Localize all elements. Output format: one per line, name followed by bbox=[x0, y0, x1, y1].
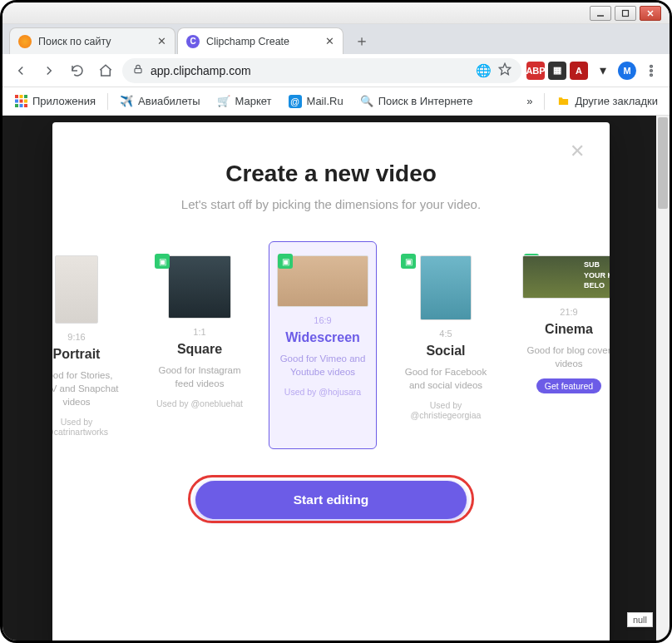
tab-clipchamp[interactable]: C Clipchamp Create ✕ bbox=[177, 27, 343, 54]
dimension-card-widescreen[interactable]: ▣ 16:9 Widescreen Good for Vimeo and You… bbox=[269, 241, 377, 449]
svg-rect-14 bbox=[24, 100, 27, 103]
get-featured-pill[interactable]: Get featured bbox=[536, 378, 601, 393]
null-tooltip: null bbox=[627, 612, 653, 627]
profile-avatar[interactable]: M bbox=[618, 62, 636, 80]
svg-rect-13 bbox=[19, 100, 22, 103]
card-used-by: Used by @catrinartworks bbox=[52, 417, 123, 437]
card-description: Good for Stories, IGTV and Snapchat vide… bbox=[52, 368, 123, 408]
template-badge-icon: ▣ bbox=[401, 254, 416, 269]
card-name: Social bbox=[399, 344, 492, 359]
bookmarks-overflow-button[interactable]: » bbox=[521, 92, 537, 111]
svg-rect-9 bbox=[15, 95, 18, 98]
svg-rect-15 bbox=[15, 104, 18, 107]
bookmark-item[interactable]: @ Mail.Ru bbox=[284, 92, 348, 111]
dimension-card-square[interactable]: ▣ 1:1 Square Good for Instagram feed vid… bbox=[146, 241, 254, 449]
ratio-label: 21:9 bbox=[522, 307, 610, 317]
svg-point-8 bbox=[650, 73, 653, 76]
ratio-label: 9:16 bbox=[52, 332, 123, 342]
scrollbar-track[interactable] bbox=[656, 116, 670, 641]
svg-point-6 bbox=[650, 65, 653, 67]
bookmark-item[interactable]: 🛒 Маркет bbox=[212, 92, 277, 111]
window-titlebar bbox=[2, 2, 670, 24]
tab-close-button[interactable]: ✕ bbox=[325, 35, 334, 47]
card-description: Good for Instagram feed videos bbox=[153, 364, 246, 390]
start-editing-button[interactable]: Start editing bbox=[195, 481, 467, 519]
svg-marker-5 bbox=[499, 63, 510, 74]
reload-button[interactable] bbox=[66, 59, 89, 82]
extension-icon[interactable]: ▦ bbox=[548, 62, 566, 80]
thumbnail-image bbox=[420, 255, 472, 320]
bookmark-label: Приложения bbox=[32, 95, 96, 107]
apps-shortcut[interactable]: Приложения bbox=[9, 92, 101, 111]
modal-subtitle: Let's start off by picking the dimension… bbox=[69, 197, 593, 211]
svg-rect-11 bbox=[24, 95, 27, 98]
scrollbar-thumb[interactable] bbox=[658, 117, 668, 209]
ratio-label: 1:1 bbox=[153, 327, 246, 337]
window-maximize-button[interactable] bbox=[615, 6, 636, 21]
dimension-card-cinema[interactable]: ▣ 21:9 Cinema Good for blog cover videos… bbox=[515, 241, 610, 449]
ratio-label: 16:9 bbox=[276, 315, 369, 325]
card-description: Good for Vimeo and Youtube videos bbox=[276, 352, 369, 378]
address-bar[interactable]: app.clipchamp.com 🌐 bbox=[122, 58, 521, 83]
favicon-icon: C bbox=[186, 35, 200, 48]
thumbnail-image bbox=[168, 255, 231, 319]
back-button[interactable] bbox=[9, 59, 32, 82]
card-name: Portrait bbox=[52, 347, 123, 362]
svg-rect-17 bbox=[24, 104, 27, 107]
other-bookmarks-button[interactable]: Другие закладки bbox=[551, 92, 663, 111]
thumbnail-image bbox=[55, 255, 98, 324]
browser-window: Поиск по сайту ✕ C Clipchamp Create ✕ ＋ … bbox=[0, 0, 672, 643]
page-content: ✕ Create a new video Let's start off by … bbox=[2, 116, 670, 641]
card-description: Good for Facebook and social videos bbox=[399, 365, 492, 392]
forward-button[interactable] bbox=[37, 59, 61, 82]
tab-strip: Поиск по сайту ✕ C Clipchamp Create ✕ ＋ bbox=[2, 24, 670, 54]
extensions-menu-icon[interactable]: ▾ bbox=[591, 59, 615, 82]
svg-rect-12 bbox=[15, 100, 18, 103]
ratio-label: 4:5 bbox=[399, 329, 492, 339]
tab-close-button[interactable]: ✕ bbox=[157, 35, 166, 47]
svg-rect-1 bbox=[623, 10, 629, 16]
chevron-double-right-icon: » bbox=[526, 95, 532, 107]
translate-icon[interactable]: 🌐 bbox=[476, 63, 492, 78]
extension-abp-icon[interactable]: ABP bbox=[526, 62, 545, 80]
home-button[interactable] bbox=[94, 59, 117, 82]
apps-grid-icon bbox=[14, 95, 27, 108]
folder-icon bbox=[556, 95, 570, 108]
card-used-by: Used by @christiegeorgiaa bbox=[399, 400, 492, 420]
bookmark-star-icon[interactable] bbox=[498, 62, 511, 78]
template-badge-icon: ▣ bbox=[155, 254, 170, 269]
favicon-icon bbox=[18, 35, 32, 48]
extension-pdf-icon[interactable]: A bbox=[570, 62, 588, 80]
card-description: Good for blog cover videos bbox=[522, 344, 610, 370]
tab-title: Поиск по сайту bbox=[38, 36, 151, 47]
window-close-button[interactable] bbox=[640, 6, 661, 21]
svg-rect-4 bbox=[135, 68, 141, 72]
bookmark-item[interactable]: 🔍 Поиск в Интернете bbox=[355, 92, 478, 111]
plane-icon: ✈️ bbox=[120, 95, 133, 108]
at-icon: @ bbox=[289, 95, 302, 108]
dimension-card-portrait[interactable]: ▣ 9:16 Portrait Good for Stories, IGTV a… bbox=[52, 241, 131, 449]
tab-title: Clipchamp Create bbox=[206, 36, 319, 47]
bookmark-label: Маркет bbox=[235, 95, 272, 107]
dimension-card-social[interactable]: ▣ 4:5 Social Good for Facebook and socia… bbox=[392, 241, 500, 449]
card-name: Square bbox=[153, 342, 246, 357]
card-name: Widescreen bbox=[276, 330, 369, 345]
modal-close-button[interactable]: ✕ bbox=[570, 141, 585, 162]
dimension-card-row: ▣ 9:16 Portrait Good for Stories, IGTV a… bbox=[61, 241, 585, 449]
modal-title: Create a new video bbox=[69, 161, 593, 187]
bookmark-item[interactable]: ✈️ Авиабилеты bbox=[115, 92, 205, 111]
card-name: Cinema bbox=[522, 322, 610, 337]
search-icon: 🔍 bbox=[360, 95, 373, 108]
svg-rect-16 bbox=[19, 104, 22, 107]
window-minimize-button[interactable] bbox=[590, 6, 611, 21]
browser-menu-button[interactable] bbox=[640, 59, 663, 82]
bookmark-label: Другие закладки bbox=[575, 95, 658, 107]
tab-search[interactable]: Поиск по сайту ✕ bbox=[9, 27, 175, 54]
card-used-by: Used by @onebluehat bbox=[153, 398, 246, 408]
bookmark-label: Mail.Ru bbox=[307, 95, 343, 107]
cart-icon: 🛒 bbox=[217, 95, 230, 108]
new-tab-button[interactable]: ＋ bbox=[350, 29, 373, 52]
card-used-by: Used by @hojusara bbox=[276, 387, 369, 397]
template-badge-icon: ▣ bbox=[278, 254, 293, 269]
create-video-modal: ✕ Create a new video Let's start off by … bbox=[52, 122, 610, 641]
